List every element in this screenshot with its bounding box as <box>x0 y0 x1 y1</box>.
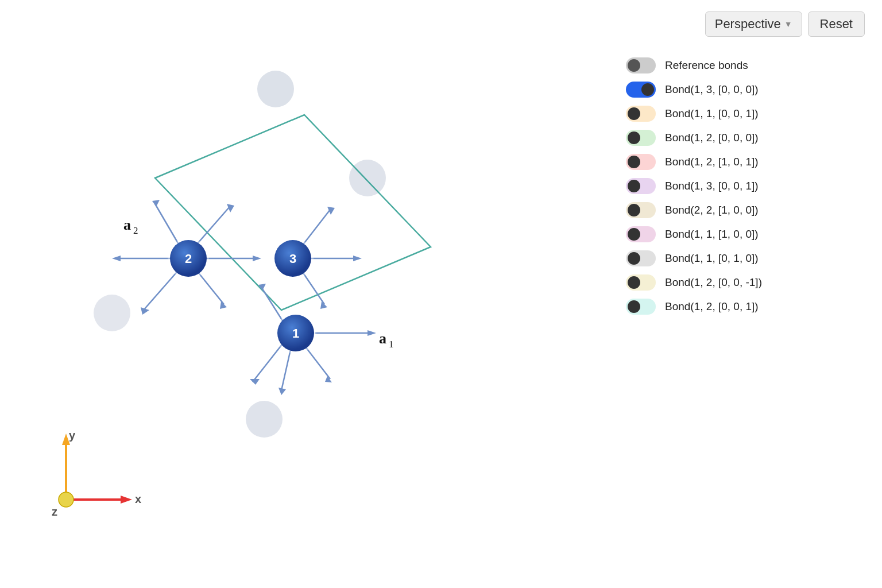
toggle-bond-1-2-000[interactable] <box>626 130 656 146</box>
toggle-bond-1-2-101[interactable] <box>626 154 656 170</box>
svg-text:a: a <box>123 216 131 233</box>
svg-marker-6 <box>253 256 261 261</box>
legend-label-bond-1-2-00-1: Bond(1, 2, [0, 0, -1]) <box>665 276 762 289</box>
reset-button[interactable]: Reset <box>808 11 865 37</box>
legend-item-bond-1-2-101: Bond(1, 2, [1, 0, 1]) <box>626 150 865 173</box>
toggle-bond-1-1-010[interactable] <box>626 250 656 266</box>
svg-marker-14 <box>152 200 160 207</box>
perspective-label: Perspective <box>715 17 781 32</box>
toggle-bond-1-3-001[interactable] <box>626 178 656 194</box>
legend-list: Reference bondsBond(1, 3, [0, 0, 0])Bond… <box>626 54 865 318</box>
legend-label-bond-1-3-001: Bond(1, 3, [0, 0, 1]) <box>665 180 759 192</box>
toggle-bond-1-2-001[interactable] <box>626 299 656 315</box>
svg-marker-28 <box>250 379 260 385</box>
svg-marker-18 <box>353 256 362 261</box>
svg-marker-32 <box>368 330 376 336</box>
legend-label-bond-1-2-101: Bond(1, 2, [1, 0, 1]) <box>665 156 759 168</box>
canvas-area: a 2 a 1 2 3 <box>0 0 609 588</box>
svg-point-52 <box>59 492 74 507</box>
legend-item-reference-bonds: Reference bonds <box>626 54 865 77</box>
legend-label-bond-1-1-100: Bond(1, 1, [1, 0, 0]) <box>665 228 759 241</box>
svg-point-0 <box>257 71 294 107</box>
toggle-bond-2-2-100[interactable] <box>626 202 656 218</box>
svg-marker-4 <box>155 115 431 310</box>
svg-text:2: 2 <box>185 252 192 266</box>
legend-label-bond-1-1-001: Bond(1, 1, [0, 0, 1]) <box>665 107 759 120</box>
legend-label-bond-1-3-000: Bond(1, 3, [0, 0, 0]) <box>665 83 759 96</box>
svg-point-3 <box>246 401 283 438</box>
legend-item-bond-1-3-000: Bond(1, 3, [0, 0, 0]) <box>626 78 865 101</box>
legend-item-bond-1-2-001: Bond(1, 2, [0, 0, 1]) <box>626 295 865 318</box>
svg-text:1: 1 <box>292 326 299 341</box>
legend-label-bond-1-2-001: Bond(1, 2, [0, 0, 1]) <box>665 300 759 313</box>
svg-text:2: 2 <box>133 225 138 236</box>
svg-point-1 <box>349 160 386 196</box>
top-controls: Perspective ▼ Reset <box>626 11 865 37</box>
svg-text:1: 1 <box>389 339 394 350</box>
svg-point-2 <box>94 295 130 331</box>
legend-item-bond-1-1-010: Bond(1, 1, [0, 1, 0]) <box>626 247 865 270</box>
svg-text:3: 3 <box>289 252 296 266</box>
right-panel: Perspective ▼ Reset Reference bondsBond(… <box>609 0 882 588</box>
svg-marker-8 <box>112 256 121 261</box>
perspective-button[interactable]: Perspective ▼ <box>705 11 802 37</box>
svg-text:a: a <box>379 330 386 347</box>
legend-item-bond-1-1-001: Bond(1, 1, [0, 0, 1]) <box>626 102 865 125</box>
svg-marker-50 <box>121 496 132 504</box>
legend-item-bond-1-2-000: Bond(1, 2, [0, 0, 0]) <box>626 126 865 149</box>
legend-label-bond-2-2-100: Bond(2, 2, [1, 0, 0]) <box>665 204 759 216</box>
svg-line-11 <box>144 269 180 310</box>
toggle-bond-1-2-00-1[interactable] <box>626 274 656 291</box>
svg-text:x: x <box>135 493 141 505</box>
svg-text:y: y <box>69 429 76 442</box>
toggle-bond-1-1-100[interactable] <box>626 226 656 242</box>
legend-item-bond-1-1-100: Bond(1, 1, [1, 0, 0]) <box>626 223 865 246</box>
svg-text:z: z <box>52 505 57 518</box>
legend-item-bond-1-3-001: Bond(1, 3, [0, 0, 1]) <box>626 175 865 198</box>
legend-label-bond-1-1-010: Bond(1, 1, [0, 1, 0]) <box>665 252 759 265</box>
svg-line-27 <box>253 342 284 382</box>
toggle-bond-1-1-001[interactable] <box>626 106 656 122</box>
legend-item-bond-2-2-100: Bond(2, 2, [1, 0, 0]) <box>626 199 865 222</box>
chevron-down-icon: ▼ <box>784 20 792 29</box>
legend-label-bond-1-2-000: Bond(1, 2, [0, 0, 0]) <box>665 131 759 144</box>
legend-label-reference-bonds: Reference bonds <box>665 59 748 72</box>
svg-marker-26 <box>278 388 286 395</box>
legend-item-bond-1-2-00-1: Bond(1, 2, [0, 0, -1]) <box>626 271 865 294</box>
toggle-reference-bonds[interactable] <box>626 57 656 74</box>
toggle-bond-1-3-000[interactable] <box>626 82 656 98</box>
